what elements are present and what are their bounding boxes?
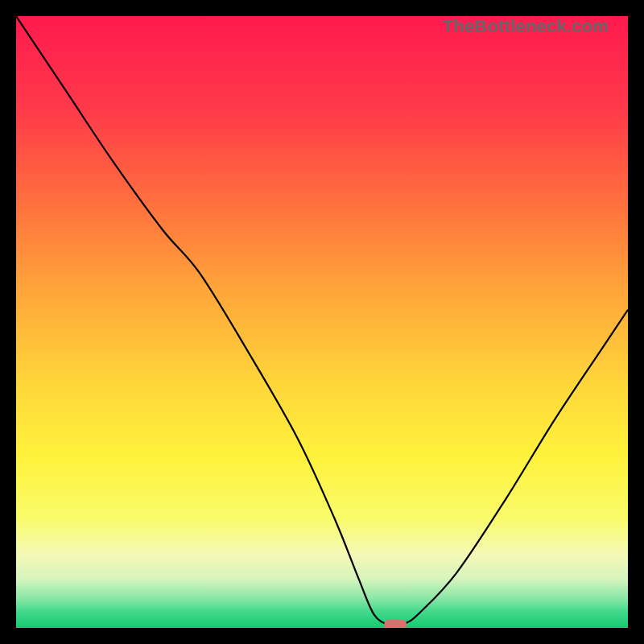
watermark-text: TheBottleneck.com	[443, 16, 609, 37]
chart-frame: TheBottleneck.com	[16, 16, 628, 628]
gradient-background	[16, 16, 628, 628]
optimal-marker	[384, 620, 407, 628]
chart-canvas	[16, 16, 628, 628]
